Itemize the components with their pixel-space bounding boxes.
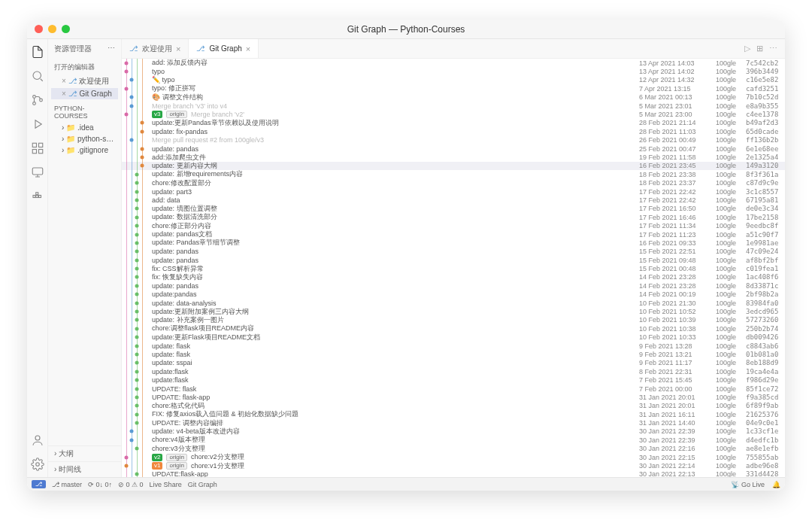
commit-row[interactable]: fix: 恢复缺失内容14 Feb 2021 23:28100gle1ac408…: [122, 273, 785, 281]
commit-message: update: fix-pandas: [152, 128, 639, 135]
commit-hash: 3c1c8557: [746, 188, 785, 196]
commit-hash: 65d0cade: [746, 128, 785, 135]
commit-row[interactable]: UPDATE: flask7 Feb 2021 00:00100gle85f1c…: [122, 385, 785, 393]
search-icon[interactable]: [31, 69, 44, 83]
sync-indicator[interactable]: ⟳ 0↓ 0↑: [88, 481, 112, 488]
tree-item[interactable]: › 📁 python-self-lea...: [51, 133, 118, 144]
docker-icon[interactable]: [31, 190, 44, 203]
svg-point-13: [35, 436, 40, 440]
close-window-icon[interactable]: [35, 25, 43, 33]
explorer-icon[interactable]: [31, 45, 44, 59]
more-icon[interactable]: ⋯: [108, 44, 115, 54]
commit-hash: f9a385cd: [746, 394, 785, 401]
commit-row[interactable]: update: pandas15 Feb 2021 22:51100gle47c…: [122, 248, 785, 256]
sidebar-section-collapsed[interactable]: › 时间线: [48, 461, 121, 477]
remote-icon[interactable]: [31, 166, 44, 179]
commit-author: 100gle: [716, 394, 746, 401]
commit-hash: a51c90f7: [746, 231, 785, 239]
commit-date: 7 Apr 2021 13:15: [639, 85, 716, 93]
commit-author: 100gle: [716, 59, 746, 67]
commit-hash: ff136b2b: [746, 136, 785, 144]
svg-rect-11: [35, 193, 38, 195]
commit-author: 100gle: [716, 257, 746, 264]
remote-badge[interactable]: ⎇: [32, 480, 46, 488]
commit-row[interactable]: add: 添加反馈内容13 Apr 2021 14:03100gle7c542c…: [122, 59, 785, 67]
commit-row[interactable]: update:flask7 Feb 2021 15:45100glef986d2…: [122, 375, 785, 384]
commit-row[interactable]: UPDATE:flask-app30 Jan 2021 22:13100gle3…: [122, 470, 785, 477]
commit-hash: 8eb188d9: [746, 359, 785, 366]
account-icon[interactable]: [31, 433, 44, 447]
commit-date: 18 Feb 2021 23:37: [639, 179, 716, 187]
svg-point-2: [32, 102, 35, 105]
settings-icon[interactable]: [31, 458, 44, 471]
git-graph-view[interactable]: add: 添加反馈内容13 Apr 2021 14:03100gle7c542c…: [122, 59, 785, 477]
golive-button[interactable]: 📡 Go Live: [731, 481, 765, 488]
svg-rect-6: [32, 150, 36, 154]
tab[interactable]: ⎇ 欢迎使用 ×: [122, 39, 189, 58]
branch-indicator[interactable]: ⎇ master: [52, 481, 82, 488]
maximize-window-icon[interactable]: [62, 25, 70, 33]
commit-row[interactable]: update: Pandas章节细节调整16 Feb 2021 09:33100…: [122, 239, 785, 247]
commit-author: 100gle: [716, 85, 746, 93]
commit-date: 9 Feb 2021 13:21: [639, 351, 716, 358]
titlebar[interactable]: Git Graph — Python-Courses: [27, 20, 785, 39]
commit-row[interactable]: update:更新Flask项目README文档10 Feb 2021 10:3…: [122, 333, 785, 342]
svg-point-14: [35, 463, 39, 467]
commit-author: 100gle: [716, 128, 746, 135]
tab[interactable]: ⎇ Git Graph ×: [189, 39, 259, 58]
commit-author: 100gle: [716, 325, 746, 333]
debug-icon[interactable]: [31, 117, 44, 131]
commit-row[interactable]: update: sspai9 Feb 2021 11:17100gle8eb18…: [122, 359, 785, 367]
commit-row[interactable]: Merge pull request #2 from 100gle/v326 F…: [122, 136, 785, 144]
commit-hash: 1ac408f6: [746, 273, 785, 281]
commit-row[interactable]: update:flask8 Feb 2021 22:31100gle19ca4e…: [122, 367, 785, 375]
commit-message: update: pandas: [152, 145, 639, 153]
liveshare-button[interactable]: Live Share: [150, 481, 182, 488]
commit-hash: 83984fa0: [746, 299, 785, 307]
commit-row[interactable]: typo13 Apr 2021 14:02100gle396b3449: [122, 67, 785, 75]
activity-bar: [27, 39, 48, 477]
minimize-window-icon[interactable]: [48, 25, 56, 33]
open-editors-label[interactable]: 打开的编辑器: [51, 60, 118, 74]
commit-date: 28 Feb 2021 21:14: [639, 119, 716, 126]
run-icon[interactable]: ▷: [744, 44, 750, 53]
problems-indicator[interactable]: ⊘ 0 ⚠ 0: [118, 481, 144, 488]
window: Git Graph — Python-Courses 资源管理器 ⋯ 打开的编辑…: [27, 20, 785, 491]
commit-row[interactable]: update: pandas14 Feb 2021 23:28100gle8d3…: [122, 281, 785, 290]
commit-message: typo: [152, 68, 639, 75]
open-editor-item[interactable]: × ⎇ 欢迎使用: [51, 74, 118, 88]
commit-row[interactable]: update: flask9 Feb 2021 13:21100gle01b08…: [122, 350, 785, 358]
tree-item[interactable]: › 📁 .gitignore: [51, 144, 118, 156]
source-control-icon[interactable]: [31, 93, 44, 107]
commit-hash: 149a3120: [746, 162, 785, 169]
commit-row[interactable]: update:pandas14 Feb 2021 00:19100gle2bf9…: [122, 290, 785, 299]
commit-date: 15 Feb 2021 00:48: [639, 265, 716, 272]
tree-item[interactable]: › 📁 .idea: [51, 122, 118, 133]
commit-row[interactable]: 🎨 调整文件结构6 Mar 2021 00:13100gle7b10c52d: [122, 93, 785, 102]
commit-row[interactable]: update: part317 Feb 2021 22:42100gle3c1c…: [122, 187, 785, 196]
commit-date: 14 Feb 2021 23:28: [639, 282, 716, 290]
commit-date: 10 Feb 2021 10:52: [639, 308, 716, 315]
commit-hash: 85f1ce72: [746, 385, 785, 393]
sidebar-section-collapsed[interactable]: › 大纲: [48, 445, 121, 461]
commit-date: 10 Feb 2021 10:39: [639, 316, 716, 324]
commit-hash: 755855ab: [746, 454, 785, 461]
gitgraph-button[interactable]: Git Graph: [188, 481, 217, 488]
extensions-icon[interactable]: [31, 141, 44, 155]
open-editor-item[interactable]: × ⎇ Git Graph: [51, 88, 118, 99]
commit-row[interactable]: chore:修改配置部分18 Feb 2021 23:37100glec87d9…: [122, 178, 785, 187]
commit-hash: 7b10c52d: [746, 93, 785, 101]
commit-hash: cafd3251: [746, 85, 785, 93]
commit-row[interactable]: v1originchore:v1分支整理30 Jan 2021 22:14100…: [122, 461, 785, 470]
commit-hash: ae8e1efb: [746, 445, 785, 452]
more-icon[interactable]: ⋯: [769, 44, 777, 53]
commit-row[interactable]: Merge branch 'v3' into v45 Mar 2021 23:0…: [122, 102, 785, 110]
commit-row[interactable]: update: flask9 Feb 2021 13:28100glec8843…: [122, 342, 785, 350]
notifications-icon[interactable]: 🔔: [772, 481, 780, 488]
commit-row[interactable]: update: fix-pandas28 Feb 2021 11:03100gl…: [122, 127, 785, 135]
commit-hash: c87d9c9e: [746, 179, 785, 187]
project-label[interactable]: PYTHON-COURSES: [51, 102, 118, 122]
split-icon[interactable]: ⊞: [756, 44, 763, 53]
commit-row[interactable]: update:更新Pandas章节依赖以及使用说明28 Feb 2021 21:…: [122, 119, 785, 127]
commit-author: 100gle: [716, 436, 746, 444]
